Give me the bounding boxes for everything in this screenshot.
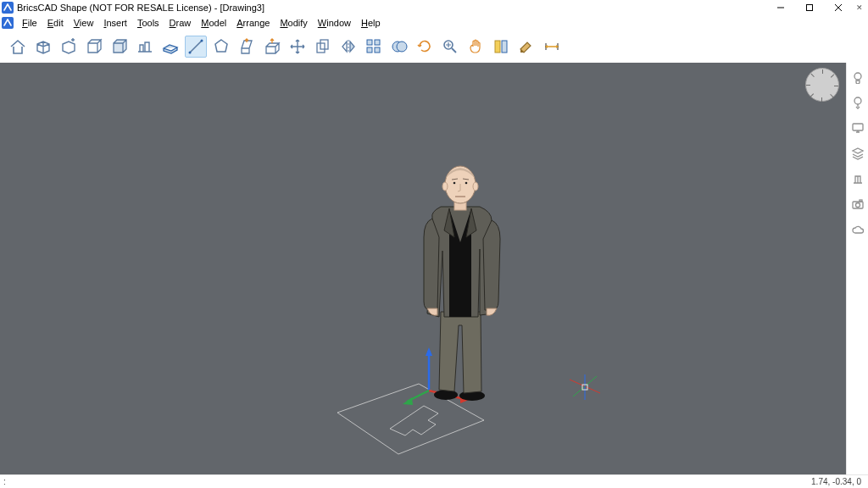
menu-modify[interactable]: Modify [275,16,312,30]
viewport[interactable] [0,63,846,474]
status-coordinates: 1.74, -0.34, 0 [811,477,868,486]
menu-arrange[interactable]: Arrange [231,16,275,30]
menu-tools[interactable]: Tools [132,16,164,30]
svg-line-4 [190,41,202,53]
panel-cloud-icon[interactable] [850,222,865,237]
panel-structure-icon[interactable] [850,171,865,186]
status-bar: : 1.74, -0.34, 0 [0,474,868,488]
maximize-button[interactable] [795,0,824,15]
home-button[interactable] [7,36,29,58]
svg-point-39 [453,182,456,185]
app-icon-small [2,17,14,29]
menu-window[interactable]: Window [313,16,356,30]
menu-draw[interactable]: Draw [164,16,197,30]
union-button[interactable] [388,36,410,58]
svg-marker-24 [426,347,432,356]
svg-marker-28 [403,397,413,405]
rotate-button[interactable] [414,36,436,58]
svg-rect-12 [375,47,380,53]
extrude-button[interactable] [236,36,258,58]
svg-point-6 [201,39,203,42]
app-icon [2,2,14,14]
panel-layers-icon[interactable] [850,146,865,161]
polygon-button[interactable] [210,36,232,58]
svg-rect-9 [367,40,372,45]
svg-point-37 [442,182,448,191]
box-button[interactable] [32,36,54,58]
copy-button[interactable] [312,36,334,58]
pan-button[interactable] [465,36,487,58]
panel-light-icon[interactable] [850,69,865,85]
menu-view[interactable]: View [69,16,99,30]
paint-button[interactable] [515,36,537,58]
panel-monitor-icon[interactable] [850,120,865,136]
menu-help[interactable]: Help [356,16,386,30]
svg-rect-10 [375,40,380,45]
svg-rect-46 [853,124,863,130]
svg-rect-49 [860,200,862,202]
menu-edit[interactable]: Edit [42,16,69,30]
svg-point-14 [397,42,407,52]
menu-insert[interactable]: Insert [98,16,132,30]
document-close-button[interactable]: ✕ [853,3,866,12]
minimize-button[interactable] [766,0,795,15]
svg-rect-1 [807,5,813,11]
cube-wire-button[interactable] [83,36,105,58]
panel-balloon-icon[interactable] [850,95,865,110]
svg-point-44 [854,73,861,80]
svg-point-45 [854,97,861,104]
svg-rect-11 [367,47,372,53]
main-toolbar [0,30,868,63]
svg-rect-18 [502,41,507,53]
svg-point-40 [465,182,468,185]
menu-file[interactable]: File [17,16,42,30]
person-model[interactable] [424,166,500,401]
pushpull-button[interactable] [261,36,283,58]
svg-line-16 [452,48,456,53]
view-cube[interactable] [805,68,839,102]
dimension-button[interactable] [541,36,563,58]
close-button[interactable] [824,0,853,15]
svg-point-5 [189,51,192,53]
slab-button[interactable] [159,36,181,58]
move-button[interactable] [287,36,309,58]
cursor-crosshair-icon [570,374,600,400]
cube-solid-button[interactable] [108,36,131,58]
menu-bar: FileEditViewInsertToolsDrawModelArrangeM… [0,15,868,30]
svg-rect-17 [495,41,500,53]
svg-point-48 [855,203,860,208]
menu-model[interactable]: Model [196,16,231,30]
box-add-button[interactable] [58,36,80,58]
svg-point-38 [473,182,478,191]
right-panel [846,63,868,474]
mirror-button[interactable] [337,36,359,58]
line-button[interactable] [185,36,207,58]
array-button[interactable] [363,36,385,58]
status-left: : [0,477,6,486]
zoom-button[interactable] [439,36,461,58]
panel-camera-icon[interactable] [850,197,865,212]
window-title: BricsCAD Shape (NOT FOR RESALE License) … [17,3,264,13]
section-button[interactable] [490,36,512,58]
profile-button[interactable] [134,36,156,58]
